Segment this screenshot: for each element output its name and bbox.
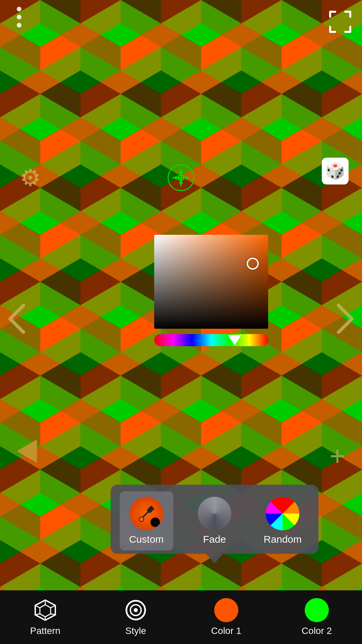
svg-point-17	[139, 517, 144, 522]
mode-popup: Custom Fade Random	[111, 485, 318, 554]
fade-icon	[198, 497, 231, 530]
mode-fade-button[interactable]: Fade	[188, 491, 241, 550]
fullscreen-button[interactable]	[328, 10, 352, 34]
add-button[interactable]: +	[329, 443, 345, 470]
nav-color2-label: Color 2	[302, 626, 332, 636]
hue-slider-thumb	[228, 335, 241, 345]
svg-line-25	[35, 605, 40, 608]
color-picker-thumb[interactable]	[247, 258, 259, 270]
nav-pattern-label: Pattern	[30, 626, 60, 636]
arrow-left-button[interactable]	[7, 302, 27, 342]
style-icon	[124, 598, 148, 622]
color1-circle	[214, 598, 238, 622]
svg-point-28	[134, 608, 138, 612]
mode-custom-label: Custom	[129, 534, 164, 545]
hue-slider-track[interactable]	[154, 334, 268, 346]
svg-marker-13	[185, 176, 189, 180]
move-icon[interactable]	[168, 164, 194, 191]
color1-icon	[214, 598, 238, 622]
gradient-dark	[154, 235, 268, 329]
svg-marker-12	[173, 176, 177, 180]
bottom-navigation: Pattern Style Color 1 Color 2	[0, 590, 362, 644]
nav-color1[interactable]: Color 1	[181, 598, 272, 636]
color2-icon	[305, 598, 329, 622]
mode-random-button[interactable]: Random	[256, 491, 309, 550]
mode-custom-button[interactable]: Custom	[120, 491, 173, 550]
popup-arrow	[205, 553, 224, 563]
color-picker-panel	[154, 235, 282, 346]
gear-icon[interactable]: ⚙	[17, 164, 44, 191]
svg-marker-10	[179, 169, 183, 174]
nav-color2[interactable]: Color 2	[272, 598, 362, 636]
hue-slider[interactable]	[154, 334, 268, 346]
color-gradient-box[interactable]	[154, 235, 268, 329]
dot-2	[17, 15, 21, 19]
mode-fade-label: Fade	[203, 534, 226, 545]
nav-style[interactable]: Style	[90, 598, 181, 636]
mode-options-container: Custom Fade Random	[114, 491, 315, 550]
nav-pattern[interactable]: Pattern	[0, 598, 90, 636]
menu-dots[interactable]	[17, 7, 21, 28]
svg-line-21	[51, 605, 55, 608]
random-icon	[266, 497, 299, 530]
mode-random-label: Random	[264, 534, 302, 545]
nav-color1-label: Color 1	[211, 626, 241, 636]
svg-line-24	[35, 614, 40, 615]
custom-icon	[130, 497, 163, 530]
back-button[interactable]	[17, 439, 37, 463]
color2-circle	[305, 598, 329, 622]
pattern-icon	[33, 598, 57, 622]
dot-1	[17, 7, 21, 11]
svg-marker-19	[40, 605, 51, 617]
svg-marker-11	[179, 182, 183, 186]
nav-style-label: Style	[125, 626, 146, 636]
arrow-right-button[interactable]	[335, 302, 355, 342]
dice-icon[interactable]: 🎲	[322, 158, 349, 184]
dot-3	[17, 23, 21, 28]
svg-line-22	[51, 614, 55, 615]
